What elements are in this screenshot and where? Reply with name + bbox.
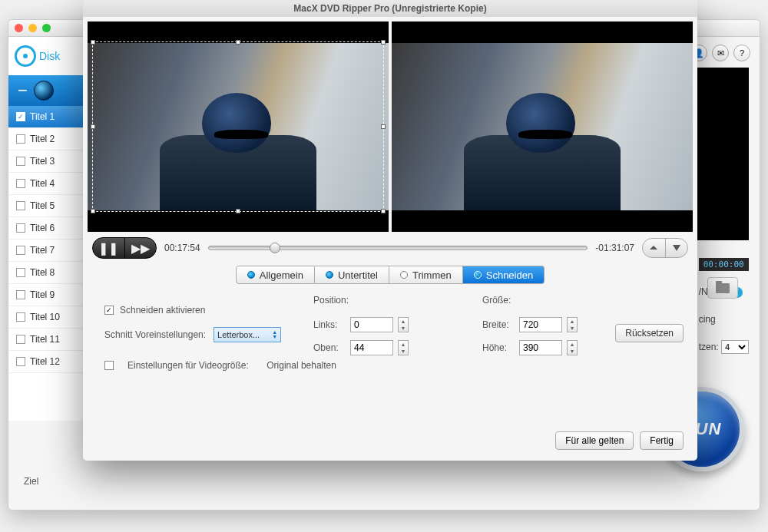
crop-settings: ✓ Schneiden aktivieren Schnitt Voreinste… <box>83 287 697 384</box>
title-label: Titel 3 <box>30 156 55 167</box>
title-item-12[interactable]: Titel 12 <box>8 351 84 373</box>
pause-button[interactable]: ❚❚ <box>93 238 124 258</box>
folder-icon <box>716 283 730 293</box>
modal-footer-buttons: Für alle gelten Fertig <box>555 431 684 450</box>
title-label: Titel 8 <box>30 267 55 278</box>
title-checkbox[interactable] <box>16 179 25 188</box>
tab-label: Allgemein <box>260 269 303 281</box>
playback-row: ❚❚ ▶▶ 00:17:54 -01:31:07 <box>83 232 697 264</box>
remove-source-button[interactable]: − <box>8 75 84 106</box>
breite-stepper[interactable]: ▲▼ <box>567 317 578 332</box>
title-item-7[interactable]: Titel 7 <box>8 240 84 262</box>
radio-on-icon <box>247 271 255 279</box>
title-checkbox[interactable] <box>16 290 25 299</box>
crop-handle-e[interactable] <box>381 124 386 129</box>
title-checkbox[interactable]: ✓ <box>16 112 25 121</box>
flip-controls <box>642 238 688 258</box>
title-item-8[interactable]: Titel 8 <box>8 262 84 284</box>
title-item-6[interactable]: Titel 6 <box>8 217 84 240</box>
browse-folder-button[interactable] <box>707 277 738 299</box>
crop-handle-nw[interactable] <box>91 40 95 45</box>
play-controls: ❚❚ ▶▶ <box>92 237 157 259</box>
cing-text: cing <box>699 314 716 325</box>
tab-label: Untertitel <box>338 269 378 281</box>
oben-stepper[interactable]: ▲▼ <box>398 340 409 355</box>
done-button[interactable]: Fertig <box>640 431 684 450</box>
tab-allgemein[interactable]: Allgemein <box>236 266 315 284</box>
target-label: Ziel <box>24 476 38 487</box>
remaining-time: -01:31:07 <box>595 243 634 253</box>
links-label: Links: <box>313 319 346 330</box>
result-preview <box>392 21 693 232</box>
enable-crop-checkbox[interactable]: ✓ <box>104 306 114 315</box>
title-item-2[interactable]: Titel 2 <box>8 128 84 150</box>
preset-label: Schnitt Voreinstellungen: <box>104 329 206 340</box>
hoehe-input[interactable] <box>519 340 562 355</box>
disc-icon <box>34 81 54 101</box>
chevron-updown-icon: ▲▼ <box>272 330 277 339</box>
crop-handle-se[interactable] <box>381 209 386 213</box>
videosize-value: Original behalten <box>266 360 336 371</box>
radio-on-icon <box>474 271 482 279</box>
close-window-button[interactable] <box>15 24 23 32</box>
title-checkbox[interactable] <box>16 223 25 233</box>
minus-icon: − <box>18 81 28 101</box>
mail-icon[interactable]: ✉ <box>712 45 729 61</box>
links-input[interactable] <box>350 317 393 332</box>
preview-row <box>83 17 697 232</box>
title-item-1[interactable]: ✓Titel 1 <box>8 106 84 128</box>
tab-untertitel[interactable]: Untertitel <box>315 266 389 284</box>
title-label: Titel 1 <box>30 111 55 122</box>
title-checkbox[interactable] <box>16 312 25 322</box>
crop-handle-w[interactable] <box>91 124 95 129</box>
title-checkbox[interactable] <box>16 134 25 144</box>
minimize-window-button[interactable] <box>28 24 37 32</box>
tab-label: Trimmen <box>412 269 452 281</box>
radio-off-icon <box>400 271 408 279</box>
tab-schneiden[interactable]: Schneiden <box>463 266 545 284</box>
tab-trimmen[interactable]: Trimmen <box>389 266 463 284</box>
fast-forward-button[interactable]: ▶▶ <box>125 238 157 258</box>
breite-input[interactable] <box>519 317 562 332</box>
title-label: Titel 7 <box>30 245 55 256</box>
reset-button[interactable]: Rücksetzen <box>615 324 684 342</box>
links-stepper[interactable]: ▲▼ <box>398 317 409 332</box>
title-label: Titel 5 <box>30 200 55 211</box>
title-item-10[interactable]: Titel 10 <box>8 306 84 329</box>
oben-input[interactable] <box>350 340 393 355</box>
help-icon[interactable]: ? <box>733 45 750 61</box>
videosize-checkbox[interactable] <box>104 361 114 370</box>
preset-select[interactable]: Letterbox... ▲▼ <box>214 327 281 342</box>
seek-thumb[interactable] <box>270 243 280 253</box>
title-item-4[interactable]: Titel 4 <box>8 173 84 195</box>
title-item-11[interactable]: Titel 11 <box>8 329 84 351</box>
title-sidebar: Disk − ✓Titel 1Titel 2Titel 3Titel 4Tite… <box>8 37 85 421</box>
tzen-select[interactable]: 4 <box>721 340 749 354</box>
dvd-icon <box>15 45 36 67</box>
title-checkbox[interactable] <box>16 357 25 366</box>
flip-v-button[interactable] <box>643 239 665 257</box>
seek-slider[interactable] <box>208 246 588 250</box>
title-item-9[interactable]: Titel 9 <box>8 284 84 306</box>
tzen-text: tzen: <box>699 342 719 352</box>
hoehe-stepper[interactable]: ▲▼ <box>567 340 578 355</box>
zoom-window-button[interactable] <box>42 24 51 32</box>
crop-rectangle[interactable] <box>92 41 384 212</box>
flip-h-button[interactable] <box>666 239 688 257</box>
elapsed-time: 00:17:54 <box>164 243 200 253</box>
title-checkbox[interactable] <box>16 157 25 166</box>
title-item-5[interactable]: Titel 5 <box>8 195 84 217</box>
crop-handle-sw[interactable] <box>91 209 95 213</box>
title-checkbox[interactable] <box>16 246 25 255</box>
apply-all-button[interactable]: Für alle gelten <box>555 431 634 450</box>
right-panel: 00:00:00 /Nvidia i cing tzen: 4 <box>699 250 749 361</box>
crop-handle-n[interactable] <box>236 40 240 45</box>
title-checkbox[interactable] <box>16 268 25 277</box>
crop-handle-s[interactable] <box>236 209 240 213</box>
source-preview[interactable] <box>88 21 389 232</box>
title-checkbox[interactable] <box>16 201 25 210</box>
crop-handle-ne[interactable] <box>381 40 386 45</box>
title-item-3[interactable]: Titel 3 <box>8 150 84 173</box>
title-checkbox[interactable] <box>16 335 25 344</box>
preset-value: Letterbox... <box>217 330 260 339</box>
